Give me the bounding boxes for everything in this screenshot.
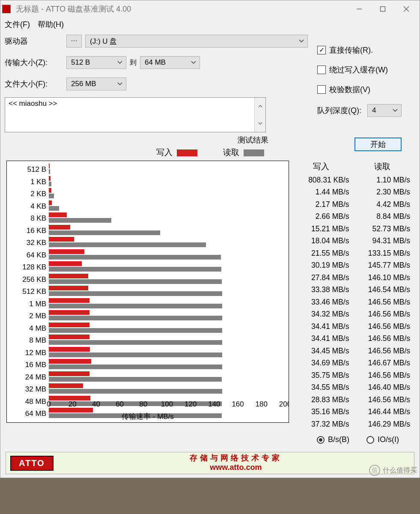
write-value: 28.83 MB/s [293, 394, 349, 406]
write-value: 30.19 MB/s [293, 259, 349, 272]
drive-value: (J:) U 盘 [90, 36, 117, 46]
write-value: 18.04 MB/s [293, 235, 349, 247]
read-value: 146.56 MB/s [354, 369, 411, 382]
chevron-down-icon [299, 39, 304, 43]
read-value: 1.10 MB/s [354, 174, 411, 186]
read-value: 146.56 MB/s [354, 296, 411, 308]
write-value: 1.44 MB/s [293, 186, 349, 198]
results-chart: 512 B1 KB2 KB4 KB8 KB16 KB32 KB64 KB128 … [6, 161, 289, 423]
spinner-up-icon[interactable] [255, 98, 265, 115]
verify-data-checkbox[interactable]: 校验数据(V) [317, 84, 402, 95]
write-value: 34.41 MB/s [293, 320, 349, 333]
maximize-button[interactable] [371, 3, 394, 15]
unit-bs-radio[interactable]: B/s(B) [317, 435, 349, 444]
write-value: 34.41 MB/s [293, 332, 349, 345]
drive-label: 驱动器 [5, 36, 66, 46]
bypass-cache-checkbox[interactable]: 绕过写入缓存(W) [317, 65, 402, 75]
read-value: 146.56 MB/s [354, 345, 411, 357]
write-value: 15.21 MB/s [293, 223, 349, 235]
write-value: 27.84 MB/s [293, 272, 349, 284]
write-value: 37.32 MB/s [293, 418, 349, 430]
queue-depth-label: 队列深度(Q): [317, 105, 361, 116]
write-value: 34.32 MB/s [293, 308, 349, 320]
transfer-size-label: 传输大小(Z): [5, 57, 66, 68]
read-value: 145.77 MB/s [354, 259, 411, 272]
write-value: 33.38 MB/s [293, 284, 349, 296]
write-value: 35.16 MB/s [293, 406, 349, 418]
browse-drive-button[interactable]: … [66, 35, 82, 48]
write-value: 35.75 MB/s [293, 369, 349, 382]
queue-depth-select[interactable]: 4 [367, 104, 402, 117]
drive-select[interactable]: (J:) U 盘 [85, 35, 308, 48]
read-value: 146.56 MB/s [354, 332, 411, 345]
chevron-down-icon [191, 61, 196, 64]
menu-file[interactable]: 文件(F) [5, 19, 30, 30]
read-value: 4.42 MB/s [354, 198, 411, 211]
file-size-label: 文件大小(F): [5, 79, 66, 89]
write-value: 34.69 MB/s [293, 357, 349, 369]
write-value: 34.55 MB/s [293, 381, 349, 394]
read-value: 146.10 MB/s [354, 272, 411, 284]
read-value: 146.67 MB/s [354, 357, 411, 369]
write-column-header: 写入 [293, 161, 349, 173]
transfer-size-from-select[interactable]: 512 B [66, 56, 126, 69]
read-value: 52.73 MB/s [354, 223, 411, 235]
read-value: 94.31 MB/s [354, 235, 411, 247]
read-value: 146.56 MB/s [354, 394, 411, 406]
description-input[interactable]: << miaoshu >> [5, 97, 266, 132]
x-axis-label: 传输速率 - MB/s [7, 412, 289, 421]
title-bar: 无标题 - ATTO 磁盘基准测试 4.00 [0, 0, 420, 18]
read-value: 133.15 MB/s [354, 247, 411, 260]
to-label: 到 [130, 58, 137, 67]
window-title: 无标题 - ATTO 磁盘基准测试 4.00 [13, 4, 347, 14]
write-value: 21.55 MB/s [293, 247, 349, 260]
menu-bar: 文件(F) 帮助(H) [0, 18, 420, 31]
read-value: 146.44 MB/s [354, 406, 411, 418]
write-value: 34.45 MB/s [293, 345, 349, 357]
svg-rect-1 [380, 7, 385, 12]
read-value: 146.56 MB/s [354, 308, 411, 320]
chevron-down-icon [117, 61, 122, 64]
app-icon [2, 5, 11, 13]
chevron-down-icon [117, 82, 122, 86]
read-value: 2.30 MB/s [354, 186, 411, 198]
watermark: 值 什么值得买 [369, 465, 417, 476]
footer-banner: ATTO 存储与网络技术专家 www.atto.com [6, 452, 414, 474]
atto-url[interactable]: www.atto.com [58, 463, 414, 472]
read-value: 8.84 MB/s [354, 210, 411, 223]
read-column-header: 读取 [354, 161, 411, 173]
write-value: 2.66 MB/s [293, 210, 349, 223]
transfer-size-to-select[interactable]: 64 MB [140, 56, 200, 69]
read-value: 146.29 MB/s [354, 418, 411, 430]
file-size-select[interactable]: 256 MB [66, 78, 126, 90]
read-value: 146.54 MB/s [354, 284, 411, 296]
atto-logo: ATTO [10, 456, 54, 471]
read-value: 146.40 MB/s [354, 381, 411, 394]
write-value: 33.46 MB/s [293, 296, 349, 308]
unit-ios-radio[interactable]: IO/s(I) [366, 435, 399, 444]
watermark-icon: 值 [369, 465, 380, 476]
write-value: 808.31 KB/s [293, 174, 349, 186]
menu-help[interactable]: 帮助(H) [38, 19, 64, 30]
start-button[interactable]: 开始 [354, 137, 402, 151]
close-button[interactable] [394, 3, 418, 15]
minimize-button[interactable] [347, 3, 371, 15]
write-value: 2.17 MB/s [293, 198, 349, 211]
spinner-down-icon[interactable] [255, 115, 265, 132]
direct-transfer-checkbox[interactable]: 直接传输(R). [317, 45, 402, 55]
read-value: 146.56 MB/s [354, 320, 411, 333]
chevron-down-icon [393, 109, 398, 112]
